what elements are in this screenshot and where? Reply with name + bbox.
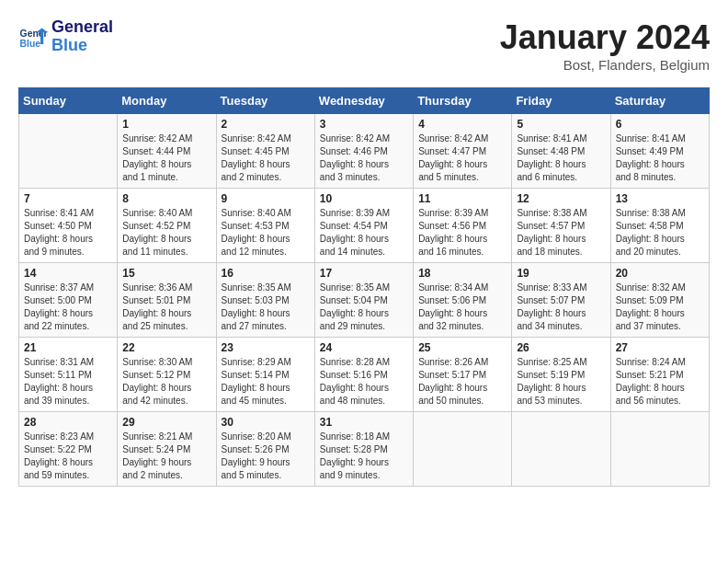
day-number: 27 [616, 341, 704, 354]
day-info: Sunrise: 8:39 AM Sunset: 4:54 PM Dayligh… [320, 207, 408, 259]
day-number: 21 [24, 341, 112, 354]
calendar-cell [414, 412, 512, 487]
weekday-header-friday: Friday [512, 88, 610, 114]
day-info: Sunrise: 8:40 AM Sunset: 4:52 PM Dayligh… [122, 207, 210, 259]
day-info: Sunrise: 8:38 AM Sunset: 4:57 PM Dayligh… [517, 207, 605, 259]
day-info: Sunrise: 8:26 AM Sunset: 5:17 PM Dayligh… [418, 356, 506, 408]
logo-blue: Blue [51, 36, 87, 54]
calendar-week-row: 1Sunrise: 8:42 AM Sunset: 4:44 PM Daylig… [19, 114, 710, 189]
weekday-header-monday: Monday [118, 88, 216, 114]
day-info: Sunrise: 8:28 AM Sunset: 5:16 PM Dayligh… [320, 356, 408, 408]
calendar-cell: 31Sunrise: 8:18 AM Sunset: 5:28 PM Dayli… [314, 412, 413, 487]
calendar-cell: 10Sunrise: 8:39 AM Sunset: 4:54 PM Dayli… [314, 189, 413, 263]
calendar-cell: 21Sunrise: 8:31 AM Sunset: 5:11 PM Dayli… [19, 338, 118, 412]
day-number: 26 [517, 341, 605, 354]
day-info: Sunrise: 8:18 AM Sunset: 5:28 PM Dayligh… [320, 431, 408, 482]
day-number: 28 [24, 416, 112, 429]
calendar-week-row: 14Sunrise: 8:37 AM Sunset: 5:00 PM Dayli… [19, 263, 710, 338]
calendar-cell [19, 114, 118, 189]
weekday-header-sunday: Sunday [19, 88, 118, 114]
day-info: Sunrise: 8:39 AM Sunset: 4:56 PM Dayligh… [418, 207, 506, 259]
month-title: January 2024 [500, 18, 710, 57]
calendar-cell: 20Sunrise: 8:32 AM Sunset: 5:09 PM Dayli… [610, 263, 709, 338]
day-number: 25 [418, 341, 506, 354]
day-number: 5 [517, 118, 605, 131]
day-number: 15 [122, 267, 210, 280]
day-number: 22 [122, 341, 210, 354]
calendar-table: SundayMondayTuesdayWednesdayThursdayFrid… [18, 87, 710, 487]
calendar-cell: 16Sunrise: 8:35 AM Sunset: 5:03 PM Dayli… [216, 263, 314, 338]
day-number: 1 [122, 118, 210, 131]
day-info: Sunrise: 8:37 AM Sunset: 5:00 PM Dayligh… [24, 282, 112, 333]
logo-icon: General Blue [18, 22, 48, 52]
logo-general: General [51, 17, 113, 36]
calendar-cell: 12Sunrise: 8:38 AM Sunset: 4:57 PM Dayli… [512, 189, 610, 263]
calendar-week-row: 28Sunrise: 8:23 AM Sunset: 5:22 PM Dayli… [19, 412, 710, 487]
day-number: 29 [122, 416, 210, 429]
days-of-week-row: SundayMondayTuesdayWednesdayThursdayFrid… [19, 88, 710, 114]
calendar-week-row: 21Sunrise: 8:31 AM Sunset: 5:11 PM Dayli… [19, 338, 710, 412]
day-number: 30 [222, 416, 310, 429]
calendar-cell: 7Sunrise: 8:41 AM Sunset: 4:50 PM Daylig… [19, 189, 118, 263]
day-number: 2 [222, 118, 310, 131]
day-info: Sunrise: 8:31 AM Sunset: 5:11 PM Dayligh… [24, 356, 112, 408]
day-number: 13 [616, 192, 704, 205]
day-number: 6 [616, 118, 704, 131]
calendar-cell: 5Sunrise: 8:41 AM Sunset: 4:48 PM Daylig… [512, 114, 610, 189]
calendar-cell: 11Sunrise: 8:39 AM Sunset: 4:56 PM Dayli… [414, 189, 512, 263]
calendar-cell: 25Sunrise: 8:26 AM Sunset: 5:17 PM Dayli… [414, 338, 512, 412]
title-block: January 2024 Bost, Flanders, Belgium [500, 18, 710, 73]
day-info: Sunrise: 8:35 AM Sunset: 5:03 PM Dayligh… [222, 282, 310, 333]
day-number: 31 [320, 416, 408, 429]
day-info: Sunrise: 8:42 AM Sunset: 4:44 PM Dayligh… [122, 132, 210, 184]
calendar-cell: 14Sunrise: 8:37 AM Sunset: 5:00 PM Dayli… [19, 263, 118, 338]
day-info: Sunrise: 8:29 AM Sunset: 5:14 PM Dayligh… [222, 356, 310, 408]
calendar-cell: 15Sunrise: 8:36 AM Sunset: 5:01 PM Dayli… [118, 263, 216, 338]
day-info: Sunrise: 8:20 AM Sunset: 5:26 PM Dayligh… [222, 431, 310, 482]
day-info: Sunrise: 8:32 AM Sunset: 5:09 PM Dayligh… [616, 282, 704, 333]
calendar-cell: 2Sunrise: 8:42 AM Sunset: 4:45 PM Daylig… [216, 114, 314, 189]
weekday-header-tuesday: Tuesday [216, 88, 314, 114]
calendar-cell: 18Sunrise: 8:34 AM Sunset: 5:06 PM Dayli… [414, 263, 512, 338]
day-number: 12 [517, 192, 605, 205]
day-info: Sunrise: 8:41 AM Sunset: 4:50 PM Dayligh… [24, 207, 112, 259]
calendar-cell: 6Sunrise: 8:41 AM Sunset: 4:49 PM Daylig… [610, 114, 709, 189]
day-number: 24 [320, 341, 408, 354]
day-info: Sunrise: 8:42 AM Sunset: 4:45 PM Dayligh… [222, 132, 310, 184]
day-info: Sunrise: 8:21 AM Sunset: 5:24 PM Dayligh… [122, 431, 210, 482]
logo: General Blue General Blue [18, 18, 113, 55]
day-info: Sunrise: 8:34 AM Sunset: 5:06 PM Dayligh… [418, 282, 506, 333]
calendar-cell: 28Sunrise: 8:23 AM Sunset: 5:22 PM Dayli… [19, 412, 118, 487]
calendar-cell: 17Sunrise: 8:35 AM Sunset: 5:04 PM Dayli… [314, 263, 413, 338]
day-info: Sunrise: 8:35 AM Sunset: 5:04 PM Dayligh… [320, 282, 408, 333]
day-info: Sunrise: 8:23 AM Sunset: 5:22 PM Dayligh… [24, 431, 112, 482]
svg-text:Blue: Blue [20, 39, 41, 49]
page-header: General Blue General Blue January 2024 B… [18, 18, 710, 73]
day-info: Sunrise: 8:42 AM Sunset: 4:47 PM Dayligh… [418, 132, 506, 184]
calendar-cell: 9Sunrise: 8:40 AM Sunset: 4:53 PM Daylig… [216, 189, 314, 263]
day-number: 8 [122, 192, 210, 205]
calendar-cell [512, 412, 610, 487]
day-number: 11 [418, 192, 506, 205]
day-info: Sunrise: 8:36 AM Sunset: 5:01 PM Dayligh… [122, 282, 210, 333]
calendar-header: SundayMondayTuesdayWednesdayThursdayFrid… [19, 88, 710, 114]
logo-text: General Blue [51, 18, 113, 55]
calendar-cell: 13Sunrise: 8:38 AM Sunset: 4:58 PM Dayli… [610, 189, 709, 263]
calendar-cell: 29Sunrise: 8:21 AM Sunset: 5:24 PM Dayli… [118, 412, 216, 487]
day-number: 4 [418, 118, 506, 131]
day-info: Sunrise: 8:41 AM Sunset: 4:48 PM Dayligh… [517, 132, 605, 184]
calendar-cell: 3Sunrise: 8:42 AM Sunset: 4:46 PM Daylig… [314, 114, 413, 189]
day-number: 17 [320, 267, 408, 280]
calendar-week-row: 7Sunrise: 8:41 AM Sunset: 4:50 PM Daylig… [19, 189, 710, 263]
day-info: Sunrise: 8:42 AM Sunset: 4:46 PM Dayligh… [320, 132, 408, 184]
location-subtitle: Bost, Flanders, Belgium [500, 57, 710, 73]
calendar-cell: 30Sunrise: 8:20 AM Sunset: 5:26 PM Dayli… [216, 412, 314, 487]
day-number: 23 [222, 341, 310, 354]
calendar-cell: 8Sunrise: 8:40 AM Sunset: 4:52 PM Daylig… [118, 189, 216, 263]
day-number: 14 [24, 267, 112, 280]
day-info: Sunrise: 8:40 AM Sunset: 4:53 PM Dayligh… [222, 207, 310, 259]
day-info: Sunrise: 8:38 AM Sunset: 4:58 PM Dayligh… [616, 207, 704, 259]
day-number: 9 [222, 192, 310, 205]
calendar-cell: 19Sunrise: 8:33 AM Sunset: 5:07 PM Dayli… [512, 263, 610, 338]
weekday-header-thursday: Thursday [414, 88, 512, 114]
